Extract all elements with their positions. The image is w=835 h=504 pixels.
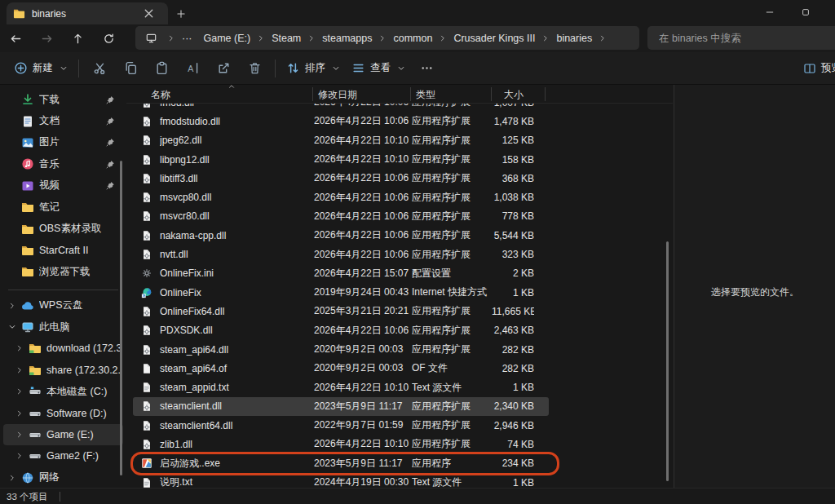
file-date-modified: 2020年9月2日 00:03 bbox=[314, 343, 412, 356]
cut-button[interactable] bbox=[84, 56, 115, 81]
ini-file-icon bbox=[141, 267, 152, 279]
file-row-jpeg62.dll[interactable]: jpeg62.dll2026年4月22日 10:10应用程序扩展125 KB bbox=[133, 131, 549, 150]
sidebar-item-starcraft-ii[interactable]: StarCraft II bbox=[3, 240, 123, 261]
sidebar-item-obs-[interactable]: OBS素材录取 bbox=[3, 218, 123, 239]
breadcrumb-item[interactable]: Game (E:) bbox=[204, 33, 251, 44]
column-separator[interactable] bbox=[312, 87, 313, 101]
refresh-button[interactable] bbox=[93, 26, 124, 51]
more-options-button[interactable] bbox=[411, 56, 442, 81]
sidebar-item--[interactable]: 浏览器下载 bbox=[3, 261, 123, 282]
search-input[interactable] bbox=[657, 32, 835, 45]
sidebar-item-game-e-[interactable]: Game (E:) bbox=[3, 424, 123, 445]
file-row-steamclient.dll[interactable]: steamclient.dll2023年5月9日 11:17应用程序扩展2,34… bbox=[133, 397, 549, 416]
file-row-nakama-cpp.dll[interactable]: nakama-cpp.dll2026年4月22日 10:06应用程序扩展5,54… bbox=[133, 226, 549, 245]
file-row-steam_api64.of[interactable]: steam_api64.of2020年9月2日 00:03OF 文件282 KB bbox=[133, 359, 549, 378]
sidebar-item--[interactable]: 音乐 bbox=[3, 153, 123, 175]
file-row-fmodstudio.dll[interactable]: fmodstudio.dll2026年4月22日 10:06应用程序扩展1,47… bbox=[133, 112, 549, 130]
new-button[interactable]: 新建 bbox=[8, 56, 73, 81]
dll-file-icon bbox=[141, 192, 152, 203]
sidebar-item--[interactable]: 此电脑 bbox=[3, 316, 123, 338]
preview-toggle-label: 预览 bbox=[821, 61, 835, 75]
sidebar-item--[interactable]: 文档 bbox=[3, 110, 123, 131]
breadcrumb-root-this-pc[interactable] bbox=[142, 32, 161, 44]
file-row-OnlineFix[interactable]: OnlineFix2019年9月24日 00:43Internet 快捷方式1 … bbox=[133, 283, 549, 302]
file-row-OnlineFix64.dll[interactable]: OnlineFix64.dll2025年3月21日 20:21应用程序扩展11,… bbox=[133, 302, 549, 321]
file-name: fmodstudio.dll bbox=[160, 116, 314, 127]
file-row-nvtt.dll[interactable]: nvtt.dll2026年4月22日 10:06应用程序扩展323 KB bbox=[133, 245, 549, 263]
breadcrumb-chevron-icon bbox=[307, 34, 316, 42]
file-type: 应用程序扩展 bbox=[412, 437, 492, 451]
view-button[interactable]: 查看 bbox=[346, 56, 411, 81]
file-size: 282 KB bbox=[492, 344, 534, 356]
file-list-scrollbar[interactable] bbox=[666, 241, 669, 481]
download-icon bbox=[21, 93, 34, 106]
minimize-button[interactable] bbox=[752, 0, 788, 24]
breadcrumb-item[interactable]: ··· bbox=[182, 33, 192, 44]
expander-icon bbox=[15, 387, 24, 396]
tab-binaries[interactable]: binaries bbox=[7, 2, 168, 24]
up-button[interactable] bbox=[62, 26, 93, 51]
file-row-OnlineFix.ini[interactable]: OnlineFix.ini2026年4月22日 15:07配置设置2 KB bbox=[133, 264, 549, 283]
forward-button[interactable] bbox=[31, 26, 62, 51]
file-row-libpng12.dll[interactable]: libpng12.dll2026年4月22日 10:10应用程序扩展158 KB bbox=[133, 150, 549, 169]
refresh-icon bbox=[103, 33, 115, 45]
column-header-0[interactable]: 名称 bbox=[151, 88, 170, 102]
file-row-msvcp80.dll[interactable]: msvcp80.dll2026年4月22日 10:06应用程序扩展1,038 K… bbox=[133, 188, 549, 206]
file-row-zlib1.dll[interactable]: zlib1.dll2026年4月22日 10:10应用程序扩展74 KB bbox=[133, 435, 549, 453]
new-tab-button[interactable] bbox=[173, 6, 189, 22]
close-tab-icon[interactable] bbox=[143, 7, 155, 20]
titlebar: binaries bbox=[0, 0, 835, 24]
sidebar-item-download-172-30-8[interactable]: download (172.30.8 bbox=[3, 338, 123, 359]
breadcrumb-item[interactable]: binaries bbox=[556, 33, 592, 44]
file-row-说明.txt[interactable]: 说明.txt2024年4月19日 00:30Text 源文件1 KB bbox=[133, 473, 549, 488]
sidebar-item--c-[interactable]: 本地磁盘 (C:) bbox=[3, 381, 123, 402]
sidebar-item-share-172-30-2-33-[interactable]: share (172.30.2.33) bbox=[3, 360, 123, 381]
rename-button[interactable]: A bbox=[177, 56, 208, 81]
search-box[interactable] bbox=[647, 26, 835, 50]
sidebar-item--[interactable]: 视频 bbox=[3, 175, 123, 197]
file-size: 234 KB bbox=[492, 458, 534, 469]
back-button[interactable] bbox=[0, 26, 31, 51]
copy-button[interactable] bbox=[115, 56, 146, 81]
breadcrumb-item[interactable]: common bbox=[393, 33, 432, 44]
file-row-启动游戏..exe[interactable]: 启动游戏..exe2023年5月9日 11:17应用程序234 KB bbox=[133, 454, 549, 473]
column-separator[interactable] bbox=[491, 87, 492, 101]
sidebar-item--[interactable]: 图片 bbox=[3, 132, 123, 153]
paste-button[interactable] bbox=[146, 56, 177, 81]
breadcrumb-item[interactable]: Crusader Kings III bbox=[453, 33, 535, 44]
column-separator[interactable] bbox=[545, 87, 546, 101]
file-row-fmod.dll[interactable]: fmod.dll2026年4月22日 10:06应用程序扩展1,007 KB bbox=[133, 103, 549, 112]
file-row-steam_appid.txt[interactable]: steam_appid.txt2026年4月22日 10:10Text 源文件1… bbox=[133, 378, 549, 396]
sidebar-item--[interactable]: 笔记 bbox=[3, 197, 123, 218]
file-row-steam_api64.dll[interactable]: steam_api64.dll2020年9月2日 00:03应用程序扩展282 … bbox=[133, 340, 549, 359]
clipboard-icon bbox=[155, 61, 169, 75]
file-row-libtiff3.dll[interactable]: libtiff3.dll2026年4月22日 10:06应用程序扩展368 KB bbox=[133, 169, 549, 188]
sidebar-item-game2-f-[interactable]: Game2 (F:) bbox=[3, 445, 123, 466]
file-row-steamclient64.dll[interactable]: steamclient64.dll2022年9月7日 01:59应用程序扩展2,… bbox=[133, 416, 549, 435]
sidebar-item-software-d-[interactable]: Software (D:) bbox=[3, 402, 123, 423]
sort-button-label: 排序 bbox=[305, 61, 325, 75]
sidebar-item--[interactable]: 下载 bbox=[3, 89, 123, 110]
expander-icon bbox=[15, 366, 24, 374]
file-row-PDXSDK.dll[interactable]: PDXSDK.dll2026年4月22日 10:06应用程序扩展2,463 KB bbox=[133, 321, 549, 340]
sort-button[interactable]: 排序 bbox=[281, 56, 346, 81]
column-separator[interactable] bbox=[410, 87, 411, 101]
breadcrumb-item[interactable]: Steam bbox=[272, 33, 301, 44]
sidebar-item-wps-[interactable]: WPS云盘 bbox=[3, 295, 123, 316]
new-plus-circle-icon bbox=[14, 61, 28, 75]
copy-icon bbox=[124, 61, 138, 75]
preview-toggle-button[interactable]: 预览 bbox=[803, 61, 835, 75]
sidebar-item-label: Game (E:) bbox=[46, 429, 120, 440]
delete-button[interactable] bbox=[239, 56, 270, 81]
sidebar-item--[interactable]: 网络 bbox=[3, 467, 123, 488]
column-header-2[interactable]: 类型 bbox=[416, 88, 435, 102]
sidebar-scrollbar[interactable] bbox=[120, 161, 122, 475]
file-row-msvcr80.dll[interactable]: msvcr80.dll2026年4月22日 10:06应用程序扩展778 KB bbox=[133, 207, 549, 226]
file-date-modified: 2025年3月21日 20:21 bbox=[314, 304, 412, 318]
share-button[interactable] bbox=[208, 56, 239, 81]
maximize-button[interactable] bbox=[788, 0, 824, 24]
breadcrumb-item[interactable]: steamapps bbox=[322, 33, 372, 44]
file-date-modified: 2026年4月22日 15:07 bbox=[314, 267, 412, 281]
column-header-1[interactable]: 修改日期 bbox=[318, 88, 357, 102]
column-header-3[interactable]: 大小 bbox=[504, 88, 524, 102]
